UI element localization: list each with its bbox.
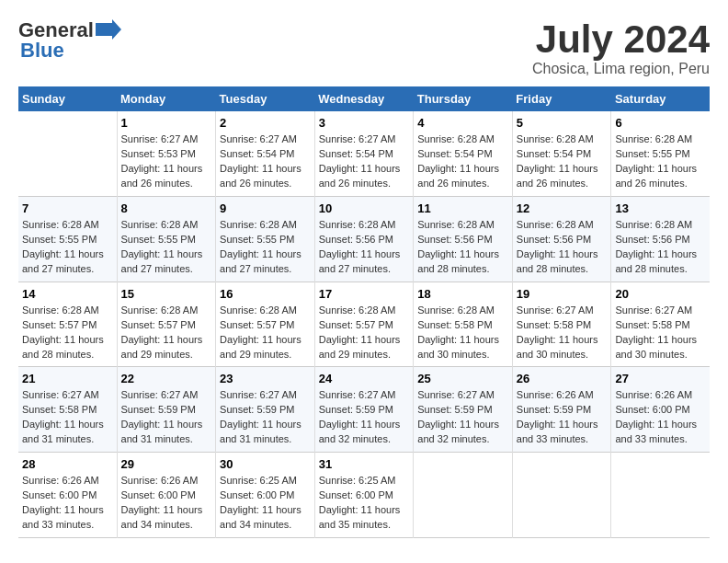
day-info: Sunrise: 6:27 AM Sunset: 5:59 PM Dayligh… (220, 388, 311, 447)
day-header-tuesday: Tuesday (216, 86, 315, 111)
day-info: Sunrise: 6:28 AM Sunset: 5:56 PM Dayligh… (417, 218, 508, 277)
day-header-wednesday: Wednesday (314, 86, 414, 111)
day-info: Sunrise: 6:26 AM Sunset: 6:00 PM Dayligh… (615, 388, 706, 447)
day-number: 15 (121, 287, 212, 301)
day-info: Sunrise: 6:28 AM Sunset: 5:57 PM Dayligh… (319, 304, 410, 362)
day-number: 20 (615, 287, 706, 301)
day-header-friday: Friday (512, 86, 611, 111)
calendar-cell: 16Sunrise: 6:28 AM Sunset: 5:57 PM Dayli… (216, 282, 315, 367)
title-section: July 2024 Chosica, Lima region, Peru (532, 18, 710, 77)
day-number: 7 (22, 201, 113, 215)
day-number: 4 (417, 116, 508, 130)
day-number: 1 (121, 116, 212, 130)
calendar-cell: 17Sunrise: 6:28 AM Sunset: 5:57 PM Dayli… (314, 282, 414, 367)
day-number: 11 (417, 201, 508, 215)
calendar-cell: 18Sunrise: 6:28 AM Sunset: 5:58 PM Dayli… (414, 282, 513, 367)
calendar-cell: 24Sunrise: 6:27 AM Sunset: 5:59 PM Dayli… (314, 367, 414, 453)
calendar-cell: 26Sunrise: 6:26 AM Sunset: 5:59 PM Dayli… (512, 367, 611, 453)
calendar-cell: 27Sunrise: 6:26 AM Sunset: 6:00 PM Dayli… (611, 367, 710, 453)
day-info: Sunrise: 6:25 AM Sunset: 6:00 PM Dayligh… (220, 474, 311, 533)
calendar-cell: 22Sunrise: 6:27 AM Sunset: 5:59 PM Dayli… (117, 367, 216, 453)
calendar-cell: 10Sunrise: 6:28 AM Sunset: 5:56 PM Dayli… (314, 196, 414, 282)
logo-blue: Blue (20, 39, 64, 63)
calendar-cell: 29Sunrise: 6:26 AM Sunset: 6:00 PM Dayli… (117, 453, 216, 538)
day-info: Sunrise: 6:28 AM Sunset: 5:55 PM Dayligh… (121, 218, 212, 277)
day-info: Sunrise: 6:27 AM Sunset: 5:54 PM Dayligh… (220, 132, 311, 191)
calendar-cell: 1Sunrise: 6:27 AM Sunset: 5:53 PM Daylig… (117, 111, 216, 196)
page-subtitle: Chosica, Lima region, Peru (532, 61, 710, 77)
day-info: Sunrise: 6:27 AM Sunset: 5:58 PM Dayligh… (22, 388, 113, 447)
day-number: 18 (417, 287, 508, 301)
day-number: 29 (121, 457, 212, 471)
calendar-cell: 3Sunrise: 6:27 AM Sunset: 5:54 PM Daylig… (314, 111, 414, 196)
day-info: Sunrise: 6:26 AM Sunset: 5:59 PM Dayligh… (517, 388, 608, 447)
day-number: 31 (319, 457, 410, 471)
calendar-cell: 20Sunrise: 6:27 AM Sunset: 5:58 PM Dayli… (611, 282, 710, 367)
calendar-week-row: 28Sunrise: 6:26 AM Sunset: 6:00 PM Dayli… (18, 453, 710, 538)
calendar-week-row: 1Sunrise: 6:27 AM Sunset: 5:53 PM Daylig… (18, 111, 710, 196)
day-info: Sunrise: 6:28 AM Sunset: 5:57 PM Dayligh… (121, 304, 212, 362)
day-number: 25 (417, 372, 508, 385)
calendar-cell (414, 453, 513, 538)
calendar-cell: 8Sunrise: 6:28 AM Sunset: 5:55 PM Daylig… (117, 196, 216, 282)
day-info: Sunrise: 6:28 AM Sunset: 5:56 PM Dayligh… (615, 218, 706, 277)
day-info: Sunrise: 6:28 AM Sunset: 5:58 PM Dayligh… (417, 304, 508, 362)
day-number: 24 (319, 372, 410, 385)
day-info: Sunrise: 6:28 AM Sunset: 5:55 PM Dayligh… (22, 218, 113, 277)
day-header-saturday: Saturday (611, 86, 710, 111)
day-number: 12 (517, 201, 608, 215)
logo-arrow-icon (96, 19, 121, 40)
day-info: Sunrise: 6:25 AM Sunset: 6:00 PM Dayligh… (319, 474, 410, 533)
day-number: 26 (517, 372, 608, 385)
day-number: 13 (615, 201, 706, 215)
day-number: 22 (121, 372, 212, 385)
day-number: 19 (517, 287, 608, 301)
day-number: 16 (220, 287, 311, 301)
day-info: Sunrise: 6:28 AM Sunset: 5:55 PM Dayligh… (220, 218, 311, 277)
calendar-cell: 28Sunrise: 6:26 AM Sunset: 6:00 PM Dayli… (18, 453, 117, 538)
day-info: Sunrise: 6:28 AM Sunset: 5:54 PM Dayligh… (417, 132, 508, 191)
day-info: Sunrise: 6:27 AM Sunset: 5:54 PM Dayligh… (319, 132, 410, 191)
day-number: 14 (22, 287, 113, 301)
day-number: 27 (615, 372, 706, 385)
calendar-cell (611, 453, 710, 538)
day-info: Sunrise: 6:28 AM Sunset: 5:54 PM Dayligh… (517, 132, 608, 191)
calendar-cell: 31Sunrise: 6:25 AM Sunset: 6:00 PM Dayli… (314, 453, 414, 538)
day-info: Sunrise: 6:28 AM Sunset: 5:57 PM Dayligh… (22, 304, 113, 362)
day-number: 8 (121, 201, 212, 215)
calendar-cell: 13Sunrise: 6:28 AM Sunset: 5:56 PM Dayli… (611, 196, 710, 282)
day-header-sunday: Sunday (18, 86, 117, 111)
day-info: Sunrise: 6:27 AM Sunset: 5:53 PM Dayligh… (121, 132, 212, 191)
day-number: 2 (220, 116, 311, 130)
day-info: Sunrise: 6:27 AM Sunset: 5:59 PM Dayligh… (319, 388, 410, 447)
calendar-cell: 19Sunrise: 6:27 AM Sunset: 5:58 PM Dayli… (512, 282, 611, 367)
logo: General Blue (18, 18, 121, 63)
day-info: Sunrise: 6:28 AM Sunset: 5:56 PM Dayligh… (319, 218, 410, 277)
calendar-cell: 30Sunrise: 6:25 AM Sunset: 6:00 PM Dayli… (216, 453, 315, 538)
calendar-week-row: 7Sunrise: 6:28 AM Sunset: 5:55 PM Daylig… (18, 196, 710, 282)
calendar-cell: 12Sunrise: 6:28 AM Sunset: 5:56 PM Dayli… (512, 196, 611, 282)
day-number: 30 (220, 457, 311, 471)
day-info: Sunrise: 6:28 AM Sunset: 5:55 PM Dayligh… (615, 132, 706, 191)
day-header-monday: Monday (117, 86, 216, 111)
calendar-cell: 2Sunrise: 6:27 AM Sunset: 5:54 PM Daylig… (216, 111, 315, 196)
calendar-cell: 6Sunrise: 6:28 AM Sunset: 5:55 PM Daylig… (611, 111, 710, 196)
calendar-cell: 7Sunrise: 6:28 AM Sunset: 5:55 PM Daylig… (18, 196, 117, 282)
calendar-cell: 9Sunrise: 6:28 AM Sunset: 5:55 PM Daylig… (216, 196, 315, 282)
calendar-header-row: SundayMondayTuesdayWednesdayThursdayFrid… (18, 86, 710, 111)
page-title: July 2024 (532, 18, 710, 61)
day-info: Sunrise: 6:27 AM Sunset: 5:59 PM Dayligh… (121, 388, 212, 447)
calendar-cell: 21Sunrise: 6:27 AM Sunset: 5:58 PM Dayli… (18, 367, 117, 453)
calendar-cell: 23Sunrise: 6:27 AM Sunset: 5:59 PM Dayli… (216, 367, 315, 453)
day-number: 6 (615, 116, 706, 130)
day-info: Sunrise: 6:27 AM Sunset: 5:58 PM Dayligh… (517, 304, 608, 362)
calendar-cell: 5Sunrise: 6:28 AM Sunset: 5:54 PM Daylig… (512, 111, 611, 196)
day-number: 9 (220, 201, 311, 215)
calendar-table: SundayMondayTuesdayWednesdayThursdayFrid… (18, 86, 710, 538)
day-number: 5 (517, 116, 608, 130)
page-header: General Blue July 2024 Chosica, Lima reg… (18, 18, 710, 77)
calendar-week-row: 21Sunrise: 6:27 AM Sunset: 5:58 PM Dayli… (18, 367, 710, 453)
day-number: 23 (220, 372, 311, 385)
day-info: Sunrise: 6:26 AM Sunset: 6:00 PM Dayligh… (22, 474, 113, 533)
day-number: 3 (319, 116, 410, 130)
